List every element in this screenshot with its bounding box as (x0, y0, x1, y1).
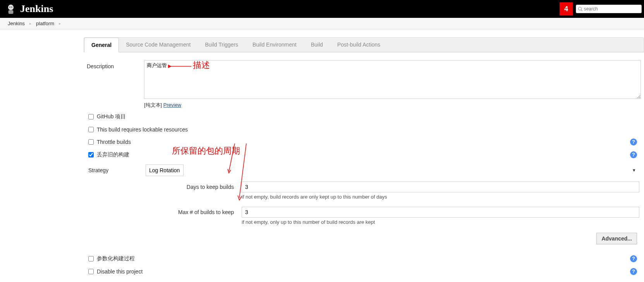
svg-point-4 (579, 7, 582, 10)
max-builds-label: Max # of builds to keep (153, 209, 234, 215)
description-label: Description (87, 60, 129, 109)
svg-point-1 (9, 7, 10, 7)
tab-build[interactable]: Build (304, 38, 330, 52)
search-icon (578, 6, 583, 12)
disable-project-label: Disable this project (97, 268, 143, 275)
header-right: 4 (560, 2, 642, 16)
header-left: Jenkins (5, 3, 53, 15)
tab-general[interactable]: General (84, 38, 119, 52)
max-builds-hint: if not empty, only up to this number of … (87, 218, 641, 230)
breadcrumb-item-platform[interactable]: platform (34, 21, 57, 26)
breadcrumb-separator: ▸ (27, 21, 34, 26)
jenkins-title[interactable]: Jenkins (20, 3, 53, 15)
description-textarea[interactable]: 商户运管 (144, 60, 641, 99)
main-content: General Source Code Management Build Tri… (84, 37, 644, 282)
help-icon[interactable]: ? (630, 138, 637, 145)
github-project-label: GitHub 项目 (97, 113, 126, 120)
days-to-keep-input[interactable] (242, 182, 639, 192)
param-build-checkbox[interactable] (88, 256, 94, 261)
strategy-label: Strategy (88, 167, 131, 173)
help-icon[interactable]: ? (630, 268, 637, 275)
checkbox-discard-old: 丢弃旧的构建 所保留的包的周期 ? (87, 148, 641, 161)
tab-build-triggers[interactable]: Build Triggers (198, 38, 246, 52)
tab-scm[interactable]: Source Code Management (119, 38, 198, 52)
help-icon[interactable]: ? (630, 151, 637, 158)
help-icon[interactable]: ? (630, 255, 637, 262)
breadcrumb-item-jenkins[interactable]: Jenkins (5, 21, 27, 26)
max-builds-row: Max # of builds to keep (87, 204, 641, 218)
description-row: Description 商户运管 描述 [纯文本] Preview (87, 60, 641, 109)
form-body: Description 商户运管 描述 [纯文本] Preview GitHub… (84, 52, 644, 282)
svg-point-2 (11, 7, 12, 7)
jenkins-logo-icon[interactable] (5, 3, 17, 15)
notification-badge[interactable]: 4 (560, 2, 573, 16)
svg-point-0 (8, 5, 14, 10)
discard-old-label: 丢弃旧的构建 (97, 151, 129, 158)
breadcrumb-separator: ▸ (57, 21, 63, 26)
search-box[interactable] (576, 5, 642, 13)
tab-post-build[interactable]: Post-build Actions (330, 38, 388, 52)
days-to-keep-row: Days to keep builds (87, 179, 641, 193)
github-project-checkbox[interactable] (88, 114, 94, 119)
discard-old-checkbox[interactable] (88, 152, 94, 157)
days-to-keep-label: Days to keep builds (153, 184, 234, 190)
top-header: Jenkins 4 (0, 0, 644, 18)
throttle-label: Throttle builds (97, 139, 131, 145)
lockable-checkbox[interactable] (88, 127, 94, 132)
checkbox-lockable: This build requires lockable resources (87, 123, 641, 136)
checkbox-disable-project: Disable this project ? (87, 265, 641, 278)
disable-project-checkbox[interactable] (88, 269, 94, 274)
strategy-select-wrap: Log Rotation (146, 164, 639, 176)
strategy-row: Strategy Log Rotation (87, 161, 641, 179)
param-build-label: 参数化构建过程 (97, 255, 135, 262)
svg-rect-3 (9, 10, 14, 14)
preview-link[interactable]: Preview (163, 102, 181, 108)
breadcrumb: Jenkins ▸ platform ▸ (0, 18, 644, 29)
search-input[interactable] (584, 6, 640, 12)
advanced-button[interactable]: Advanced... (596, 233, 637, 244)
preview-prefix: [纯文本] (144, 102, 163, 108)
checkbox-github-project: GitHub 项目 (87, 110, 641, 123)
tab-build-environment[interactable]: Build Environment (246, 38, 304, 52)
svg-line-5 (581, 10, 582, 11)
config-tabs: General Source Code Management Build Tri… (84, 37, 644, 52)
days-to-keep-hint: if not empty, build records are only kep… (87, 193, 641, 204)
checkbox-param-build: 参数化构建过程 ? (87, 252, 641, 265)
advanced-wrap: Advanced... (87, 230, 641, 252)
throttle-checkbox[interactable] (88, 139, 94, 145)
max-builds-input[interactable] (242, 207, 639, 218)
strategy-select[interactable]: Log Rotation (146, 164, 184, 176)
lockable-label: This build requires lockable resources (97, 126, 188, 133)
description-field: 商户运管 描述 [纯文本] Preview (144, 60, 641, 109)
checkbox-throttle: Throttle builds ? (87, 136, 641, 148)
preview-row: [纯文本] Preview (144, 102, 641, 109)
